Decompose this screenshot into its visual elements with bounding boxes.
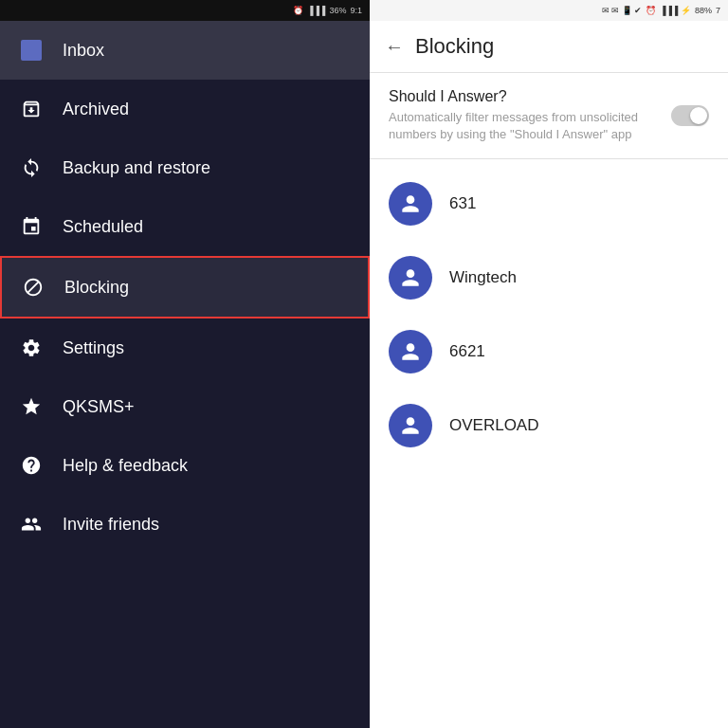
sidebar-item-qksms[interactable]: QKSMS+ [0, 377, 370, 436]
main-area: Inbox Archived Backup and restore Schedu… [0, 21, 728, 728]
scheduled-icon [19, 214, 44, 239]
alarm-icon: ⏰ [293, 6, 303, 15]
blocking-label: Blocking [64, 278, 129, 298]
contact-avatar-1 [389, 256, 432, 300]
should-answer-section: Should I Answer? Automatically filter me… [370, 73, 728, 159]
blocked-name-3: OVERLOAD [449, 416, 538, 435]
archived-icon [19, 97, 44, 121]
backup-icon [19, 155, 44, 180]
backup-label: Backup and restore [63, 158, 210, 178]
archived-label: Archived [63, 100, 129, 119]
should-answer-desc: Automatically filter messages from unsol… [389, 109, 660, 143]
should-answer-text: Should I Answer? Automatically filter me… [389, 88, 660, 143]
sidebar-item-invite[interactable]: Invite friends [0, 495, 370, 554]
should-answer-toggle[interactable] [671, 105, 709, 126]
back-button[interactable]: ← [385, 36, 404, 58]
contact-avatar-3 [389, 404, 432, 447]
sidebar-item-help[interactable]: Help & feedback [0, 436, 370, 495]
sidebar-item-blocking[interactable]: Blocking [0, 256, 370, 318]
scheduled-label: Scheduled [63, 217, 143, 237]
invite-icon [19, 512, 44, 537]
help-label: Help & feedback [63, 456, 188, 476]
help-icon [19, 453, 44, 478]
inbox-label: Inbox [63, 41, 104, 61]
qksms-icon [19, 394, 44, 419]
mail-icons: ✉ ✉ 📱 ✔ [602, 6, 643, 15]
sidebar-item-archived[interactable]: Archived [0, 80, 370, 138]
blocked-item-0[interactable]: 631 [370, 167, 728, 241]
blocking-panel: ← Blocking Should I Answer? Automaticall… [370, 21, 728, 728]
sidebar-item-backup[interactable]: Backup and restore [0, 138, 370, 197]
signal-right: ▐▐▐ ⚡ [660, 6, 691, 15]
blocked-list: 631 Wingtech 6621 OVERLOAD [370, 159, 728, 470]
blocked-name-0: 631 [449, 194, 476, 213]
invite-label: Invite friends [63, 515, 159, 535]
qksms-label: QKSMS+ [63, 397, 135, 417]
blocking-title: Blocking [415, 34, 494, 59]
battery-left: 36% [329, 6, 346, 15]
status-bars: ⏰ ▐▐▐ 36% 9:1 ✉ ✉ 📱 ✔ ⏰ ▐▐▐ ⚡ 88% 7 [0, 0, 728, 21]
contact-avatar-2 [389, 330, 432, 373]
contact-avatar-0 [389, 182, 432, 226]
blocked-item-1[interactable]: Wingtech [370, 241, 728, 315]
blocked-name-2: 6621 [449, 342, 485, 361]
sidebar-item-inbox[interactable]: Inbox [0, 21, 370, 80]
blocking-icon [21, 275, 46, 300]
sidebar-item-settings[interactable]: Settings [0, 318, 370, 377]
should-answer-title: Should I Answer? [389, 88, 660, 105]
blocked-item-2[interactable]: 6621 [370, 315, 728, 389]
sidebar-item-scheduled[interactable]: Scheduled [0, 197, 370, 256]
sidebar: Inbox Archived Backup and restore Schedu… [0, 21, 370, 728]
blocked-item-3[interactable]: OVERLOAD [370, 389, 728, 463]
battery-right: 88% [695, 6, 712, 15]
status-bar-right: ✉ ✉ 📱 ✔ ⏰ ▐▐▐ ⚡ 88% 7 [370, 0, 728, 21]
alarm-right: ⏰ [646, 6, 656, 15]
signal-icon: ▐▐▐ [307, 6, 325, 15]
settings-label: Settings [63, 338, 124, 358]
status-bar-left: ⏰ ▐▐▐ 36% 9:1 [0, 0, 370, 21]
inbox-icon [19, 38, 44, 63]
blocked-name-1: Wingtech [449, 268, 517, 287]
settings-icon [19, 336, 44, 360]
time-right: 7 [716, 6, 720, 15]
blocking-header: ← Blocking [370, 21, 728, 73]
time-left: 9:1 [350, 6, 362, 15]
